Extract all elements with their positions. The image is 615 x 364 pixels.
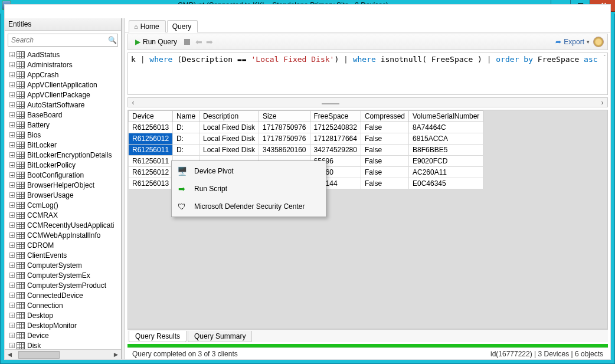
scroll-left-icon[interactable]: ◄ [5,350,15,359]
table-cell[interactable]: False [361,167,408,178]
entity-item[interactable]: +ClientEvents [6,250,121,260]
column-header[interactable]: Compressed [361,111,408,122]
menu-item[interactable]: 🖥️Device Pivot [173,162,325,180]
entity-item[interactable]: +BrowserHelperObject [6,180,121,190]
column-header[interactable]: Size [259,111,310,122]
expand-icon[interactable]: + [9,263,15,268]
expand-icon[interactable]: + [9,283,15,288]
table-cell[interactable]: 6815ACCA [408,133,483,145]
scroll-right-icon[interactable]: › [597,99,607,107]
table-cell[interactable]: Local Fixed Disk [199,133,259,145]
expand-icon[interactable]: + [9,252,15,258]
entity-item[interactable]: +ConnectedDevice [6,290,121,300]
expand-icon[interactable]: + [9,202,15,208]
expand-icon[interactable]: + [9,142,15,147]
expand-icon[interactable]: + [9,112,15,117]
table-cell[interactable]: E0C46345 [408,178,483,189]
expand-icon[interactable]: + [9,323,15,328]
table-row[interactable]: R61256011D:Local Fixed Disk3435862016034… [129,145,483,156]
editor-scroll-up-icon[interactable]: ˄ [603,54,606,60]
entity-item[interactable]: +BrowserUsage [6,190,121,200]
scroll-thumb[interactable] [18,351,60,359]
search-box[interactable]: 🔍 [8,34,118,47]
expand-icon[interactable]: + [9,303,15,308]
expand-icon[interactable]: + [9,102,15,107]
table-cell[interactable]: Local Fixed Disk [199,145,259,156]
expand-icon[interactable]: + [9,62,15,67]
table-cell[interactable]: D: [173,122,199,133]
expand-icon[interactable]: + [9,52,15,57]
table-cell[interactable]: D: [173,133,199,145]
table-cell[interactable]: 17178750976 [259,133,310,145]
expand-icon[interactable]: + [9,162,15,168]
export-button[interactable]: ➦ Export ▾ [552,37,593,47]
scroll-thumb[interactable] [322,103,339,104]
table-row[interactable]: R61256012D:Local Fixed Disk1717875097617… [129,133,483,145]
expand-icon[interactable]: + [9,273,15,278]
entity-item[interactable]: +AppCrash [6,70,121,80]
nav-forward-icon[interactable]: ➡ [204,37,215,47]
expand-icon[interactable]: + [9,152,15,158]
entity-item[interactable]: +BootConfiguration [6,170,121,180]
table-cell[interactable]: D: [173,145,199,156]
column-header[interactable]: VolumeSerialNumber [408,111,483,122]
entity-item[interactable]: +CDROM [6,240,121,250]
entity-item[interactable]: +CCMRAX [6,210,121,220]
entity-item[interactable]: +AadStatus [6,50,121,60]
entity-item[interactable]: +BaseBoard [6,110,121,120]
expand-icon[interactable]: + [9,172,15,178]
expand-icon[interactable]: + [9,313,15,318]
stop-button[interactable] [181,38,194,46]
entity-item[interactable]: +AutoStartSoftware [6,100,121,110]
expand-icon[interactable]: + [9,182,15,188]
table-cell[interactable]: 8A74464C [408,122,483,133]
table-row[interactable]: R61256013D:Local Fixed Disk1717875097617… [129,122,483,133]
table-cell[interactable]: E9020FCD [408,156,483,167]
context-menu[interactable]: 🖥️Device Pivot➡Run Script🛡Microsoft Defe… [171,160,326,217]
table-cell[interactable]: R61256013 [129,122,173,133]
nav-back-icon[interactable]: ⬅ [194,37,204,47]
expand-icon[interactable]: + [9,242,15,248]
run-query-button[interactable]: ▶ Run Query [132,37,181,47]
menu-item[interactable]: ➡Run Script [173,180,325,198]
entity-item[interactable]: +BitLockerPolicy [6,160,121,170]
scroll-right-icon[interactable]: ► [111,350,121,359]
table-cell[interactable]: R61256013 [129,178,173,189]
entity-item[interactable]: +ComputerSystemEx [6,270,121,280]
expand-icon[interactable]: + [9,132,15,137]
expand-icon[interactable]: + [9,72,15,77]
expand-icon[interactable]: + [9,212,15,218]
entity-item[interactable]: +Connection [6,300,121,310]
entity-item[interactable]: +Desktop [6,310,121,320]
entity-item[interactable]: +DesktopMonitor [6,320,121,330]
tab-query-results[interactable]: Query Results [129,331,187,342]
table-cell[interactable]: 34358620160 [259,145,310,156]
table-cell[interactable]: 17125240832 [310,122,361,133]
editor-hscroll[interactable]: ‹ › [127,97,608,107]
menu-item[interactable]: 🛡Microsoft Defender Security Center [173,198,325,215]
expand-icon[interactable]: + [9,232,15,238]
table-cell[interactable]: R61256012 [129,167,173,178]
expand-icon[interactable]: + [9,192,15,198]
table-cell[interactable]: False [361,156,408,167]
entity-item[interactable]: +AppVClientApplication [6,80,121,90]
tab-query[interactable]: Query [167,20,198,32]
tab-query-summary[interactable]: Query Summary [188,331,252,342]
entity-item[interactable]: +CcmLog() [6,200,121,210]
table-cell[interactable]: AC260A11 [408,167,483,178]
gear-icon[interactable] [593,37,604,47]
table-cell[interactable]: False [361,178,408,189]
entity-item[interactable]: +ComputerSystemProduct [6,280,121,290]
query-editor[interactable]: ˄ k | where (Description == 'Local Fixed… [127,53,608,95]
entity-item[interactable]: +CCMWebAppInstallInfo [6,230,121,240]
table-cell[interactable]: False [361,145,408,156]
search-icon[interactable]: 🔍 [107,36,117,44]
entity-item[interactable]: +ComputerSystem [6,260,121,270]
table-cell[interactable]: 17178750976 [259,122,310,133]
table-cell[interactable]: R61256012 [129,133,173,145]
table-cell[interactable]: Local Fixed Disk [199,122,259,133]
tab-home[interactable]: ⌂ Home [129,20,166,32]
entity-item[interactable]: +AppVClientPackage [6,90,121,100]
expand-icon[interactable]: + [9,122,15,127]
expand-icon[interactable]: + [9,92,15,97]
